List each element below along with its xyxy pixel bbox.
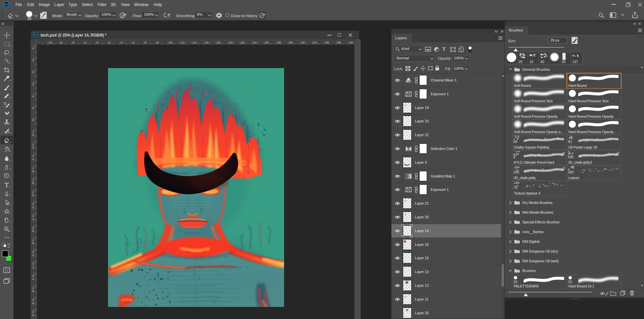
svg-text:8: 8: [61, 41, 62, 44]
svg-text:12: 12: [181, 41, 185, 44]
svg-text:2: 2: [32, 58, 34, 62]
svg-text:8: 8: [32, 181, 34, 185]
svg-text:22: 22: [241, 41, 245, 44]
svg-text:14: 14: [193, 41, 197, 44]
svg-text:2: 2: [97, 41, 99, 44]
svg-text:0: 0: [32, 133, 34, 137]
svg-text:20: 20: [229, 41, 233, 44]
svg-text:2: 2: [32, 145, 34, 149]
svg-text:6: 6: [145, 41, 147, 44]
svg-text:4: 4: [32, 94, 34, 98]
svg-text:4: 4: [133, 41, 135, 44]
svg-text:10: 10: [49, 41, 52, 44]
svg-text:6: 6: [32, 169, 34, 173]
svg-text:4: 4: [32, 46, 34, 50]
svg-text:4: 4: [32, 217, 34, 221]
svg-text:0: 0: [32, 253, 34, 257]
svg-text:8: 8: [32, 118, 34, 122]
svg-text:40: 40: [350, 41, 353, 44]
svg-text:16: 16: [205, 41, 209, 44]
svg-text:2: 2: [32, 205, 34, 209]
svg-text:4: 4: [32, 157, 34, 161]
svg-text:2: 2: [32, 82, 34, 86]
svg-text:30: 30: [289, 41, 293, 44]
svg-text:8: 8: [32, 241, 34, 245]
svg-text:8: 8: [32, 301, 34, 305]
svg-text:34: 34: [313, 41, 317, 44]
svg-text:6: 6: [32, 289, 34, 293]
svg-text:2: 2: [121, 41, 122, 44]
svg-text:4: 4: [85, 41, 87, 44]
svg-text:38: 38: [337, 41, 341, 44]
svg-text:10: 10: [169, 41, 173, 44]
svg-text:0: 0: [32, 193, 34, 197]
svg-text:0: 0: [32, 313, 34, 317]
svg-text:18: 18: [217, 41, 221, 44]
svg-text:26: 26: [265, 41, 269, 44]
svg-text:2: 2: [32, 265, 34, 269]
svg-text:28: 28: [277, 41, 281, 44]
svg-text:6: 6: [32, 106, 34, 110]
svg-text:0: 0: [32, 70, 34, 74]
svg-text:36: 36: [325, 41, 329, 44]
svg-text:24: 24: [253, 41, 257, 44]
svg-text:6: 6: [32, 229, 34, 233]
svg-text:8: 8: [157, 41, 159, 44]
svg-text:0: 0: [109, 41, 111, 44]
svg-text:6: 6: [73, 41, 74, 44]
svg-text:4: 4: [32, 277, 34, 281]
svg-text:32: 32: [301, 41, 305, 44]
